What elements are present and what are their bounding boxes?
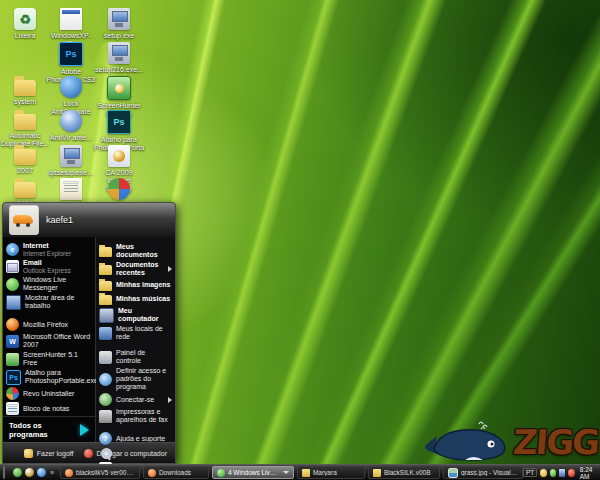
revo-uninstaller-icon [6, 387, 19, 400]
camera-icon [107, 76, 131, 100]
taskbar-button-blacksilk-v00b[interactable]: BlackSILK.v00B [368, 466, 440, 479]
shutdown-button[interactable]: Desligar o computador [84, 449, 167, 458]
show-desktop-icon [6, 295, 21, 310]
desktop-icon-antivir[interactable]: AntiVir ante... [46, 110, 96, 142]
tray-icon-yellow[interactable] [540, 469, 546, 477]
start-menu-item-program-access[interactable]: Definir acesso e padrões do programa [96, 366, 175, 392]
start-menu-item-screenhunter[interactable]: ScreenHunter 5.1 Free [3, 350, 95, 368]
clock[interactable]: 8:24 AM [578, 466, 599, 480]
photoshop-portable-icon: Ps [107, 110, 131, 134]
desktop-icon-system[interactable]: system [0, 76, 50, 106]
tray-icon-red[interactable] [568, 469, 574, 477]
documents-folder-icon [99, 247, 112, 257]
desktop-icon-qttsetup[interactable]: qttsetup.exe... [46, 145, 96, 177]
start-menu-item-printers[interactable]: Impressoras e aparelhos de fax [96, 407, 175, 425]
desktop-icon-setup-exe[interactable]: setup.exe [94, 8, 144, 40]
quick-launch: » [13, 468, 54, 477]
document-installer-icon [60, 178, 82, 200]
taskbar: » blacksilkV5 ver00b ... Downloads 4 Win… [0, 464, 600, 480]
app-icon [148, 469, 156, 477]
desktop-icon-duplicate-file[interactable]: Automatic Duplicate File... [0, 110, 50, 148]
all-programs-button[interactable]: Todos os programas [3, 416, 95, 443]
word-icon: W [6, 335, 19, 348]
start-menu-item-photoshop-portable[interactable]: PsAtalho para PhotoshopPortable.exe [3, 368, 95, 386]
taskbar-button-maryara[interactable]: Maryara [297, 466, 365, 479]
globe-icon [60, 110, 82, 132]
taskbar-button-grass-jpg[interactable]: grass.jpg - Visualiz... [443, 466, 523, 479]
search-icon [99, 447, 112, 460]
start-menu-item-my-pictures[interactable]: Minhas imagens [96, 278, 175, 292]
folder-icon [14, 149, 36, 165]
email-icon [6, 260, 19, 273]
tray-icon-messenger[interactable] [550, 469, 556, 477]
quick-launch-green-icon[interactable] [13, 468, 22, 477]
language-indicator[interactable]: PT [523, 468, 537, 477]
start-menu-item-firefox[interactable]: Mozilla Firefox [3, 317, 95, 332]
desktop-icon-label: setup216.exe... [95, 66, 143, 74]
start-menu-item-revo[interactable]: Revo Uninstaller [3, 386, 95, 401]
messenger-icon [217, 469, 225, 477]
all-programs-arrow-icon [80, 424, 89, 436]
start-menu-item-internet[interactable]: eInternetInternet Explorer [3, 241, 95, 258]
photoshop-icon: Ps [59, 42, 83, 66]
start-menu-item-word[interactable]: WMicrosoft Office Word 2007 [3, 332, 95, 350]
submenu-arrow-icon [168, 397, 172, 403]
start-button[interactable] [3, 466, 5, 479]
start-menu-pinned-column: eInternetInternet Explorer EmailOutlook … [3, 237, 96, 442]
taskbar-button-windows-live-group[interactable]: 4 Windows Live ... [212, 466, 294, 479]
desktop-icon-lixeira[interactable]: ♻Lixeira [0, 8, 50, 40]
power-icon [84, 449, 93, 458]
desktop-icon-label: system [14, 98, 36, 106]
firefox-icon [6, 318, 19, 331]
desktop-icon-2007[interactable]: 2007 [0, 145, 50, 175]
desktop-icon-label: setup.exe [104, 32, 134, 40]
network-icon [99, 327, 112, 340]
image-viewer-icon [448, 468, 458, 478]
start-menu-item-show-desktop[interactable]: Mostrar área de trabalho [3, 293, 95, 311]
desktop: ♻Lixeira WindowsXP-KB... setup.exe PsAdo… [0, 0, 600, 480]
folder-icon [302, 469, 310, 477]
desktop-icon-label: 2007 [17, 167, 33, 175]
shield-icon [60, 76, 82, 98]
revo-uninstaller-icon [108, 178, 130, 200]
desktop-icon-setup216[interactable]: setup216.exe... [94, 42, 144, 74]
program-access-icon [99, 373, 112, 386]
installer-package-icon [60, 145, 82, 167]
start-menu-item-control-panel[interactable]: Painel de controle [96, 348, 175, 366]
start-menu-item-network-places[interactable]: Meus locais de rede [96, 324, 175, 342]
start-menu-item-recent-documents[interactable]: Documentos recentes [96, 260, 175, 278]
start-menu: kaefe1 eInternetInternet Explorer EmailO… [2, 202, 176, 464]
start-menu-header: kaefe1 [3, 203, 175, 237]
start-menu-item-my-computer[interactable]: Meu computador [96, 306, 175, 324]
installer-package-icon [108, 42, 130, 64]
start-menu-item-notepad[interactable]: Bloco de notas [3, 401, 95, 416]
submenu-arrow-icon [168, 266, 172, 272]
system-tray: PT 8:24 AM [523, 466, 600, 480]
start-menu-item-my-documents[interactable]: Meus documentos [96, 242, 175, 260]
control-panel-icon [99, 351, 112, 364]
start-menu-item-email[interactable]: EmailOutlook Express [3, 258, 95, 275]
folder-icon [373, 469, 381, 477]
quick-launch-browser-icon[interactable] [37, 468, 46, 477]
tray-icon-blue[interactable] [559, 469, 565, 477]
pictures-folder-icon [99, 281, 112, 291]
desktop-icon-label: AntiVir ante... [50, 134, 92, 142]
taskbar-buttons: blacksilkV5 ver00b ... Downloads 4 Windo… [60, 466, 523, 479]
start-menu-item-messenger[interactable]: Windows Live Messenger [3, 275, 95, 293]
photoshop-icon: Ps [6, 370, 21, 385]
window-installer-icon [60, 8, 82, 30]
folder-icon [14, 182, 36, 198]
logoff-button[interactable]: Fazer logoff [24, 449, 74, 458]
group-dropdown-arrow-icon [283, 471, 289, 474]
folder-icon [14, 80, 36, 96]
taskbar-button-blacksilk-ver00b[interactable]: blacksilkV5 ver00b ... [60, 466, 140, 479]
messenger-icon [6, 278, 19, 291]
quick-launch-bird-icon[interactable] [25, 468, 34, 477]
start-menu-item-connect-to[interactable]: Conectar-se [96, 392, 175, 407]
security-suite-icon [108, 145, 130, 167]
start-menu-item-my-music[interactable]: Minhas músicas [96, 292, 175, 306]
help-icon: ? [99, 432, 112, 445]
start-menu-footer: Fazer logoff Desligar o computador [3, 442, 175, 463]
quick-launch-overflow-chevron[interactable]: » [50, 469, 54, 476]
taskbar-button-downloads[interactable]: Downloads [143, 466, 209, 479]
